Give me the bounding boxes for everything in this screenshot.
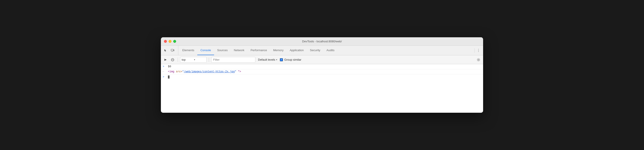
cursor-icon [164, 49, 167, 52]
clear-icon [171, 58, 174, 62]
console-input-prompt: > [163, 76, 166, 78]
console-line-2: ← <img src="/web/images/content-https-2x… [161, 69, 483, 74]
separator-1 [178, 58, 178, 62]
console-prompt-1: > [163, 65, 166, 68]
separator-2 [209, 58, 209, 62]
settings-btn[interactable] [476, 57, 481, 63]
close-button[interactable] [164, 40, 167, 43]
tab-network[interactable]: Network [231, 46, 248, 55]
levels-arrow: ▾ [276, 58, 277, 61]
svg-rect-1 [174, 50, 174, 51]
group-similar-control[interactable]: Group similar [280, 58, 301, 61]
tag-close: "> [238, 70, 241, 73]
group-similar-label[interactable]: Group similar [284, 58, 301, 61]
svg-marker-3 [164, 59, 167, 61]
more-tabs-btn[interactable]: ⋮ [476, 48, 481, 54]
console-toolbar: top ▾ Default levels ▾ Group similar [161, 55, 483, 64]
separator [474, 48, 475, 53]
tab-bar-right: ⋮ [474, 46, 481, 55]
attr-quote-close: " [234, 70, 236, 73]
group-similar-checkbox[interactable] [280, 58, 283, 61]
minimize-button[interactable] [168, 40, 172, 43]
gear-icon [477, 58, 480, 62]
traffic-lights [164, 40, 176, 43]
attr-src: src= [176, 70, 182, 73]
console-prompt-2: ← [163, 70, 166, 73]
svg-rect-0 [171, 49, 173, 51]
tab-application[interactable]: Application [287, 46, 307, 55]
console-output-2: <img src="/web/images/content-https-2x.j… [168, 70, 241, 73]
tab-performance[interactable]: Performance [248, 46, 270, 55]
tag-open: <img [168, 70, 174, 73]
devtools-window: DevTools - localhost:8080/web/ Elements … [161, 37, 483, 113]
svg-point-6 [478, 59, 479, 60]
console-cursor [168, 76, 170, 78]
cursor-icon-btn[interactable] [163, 48, 168, 54]
tab-security[interactable]: Security [307, 46, 323, 55]
console-body: > $0 ← <img src="/web/images/content-htt… [161, 64, 483, 113]
tab-memory[interactable]: Memory [270, 46, 287, 55]
tab-bar: Elements Console Sources Network Perform… [161, 46, 483, 55]
clear-console-btn[interactable] [170, 57, 176, 63]
device-icon [171, 49, 174, 52]
tab-elements[interactable]: Elements [179, 46, 197, 55]
title-bar: DevTools - localhost:8080/web/ [161, 37, 483, 46]
tab-audits[interactable]: Audits [323, 46, 338, 55]
play-icon [164, 58, 167, 61]
console-line-1: > $0 [161, 64, 483, 69]
window-title: DevTools - localhost:8080/web/ [302, 40, 342, 43]
context-dropdown[interactable]: top ▾ [180, 57, 206, 63]
img-url[interactable]: /web/images/content-https-2x.jpg [184, 70, 234, 73]
console-input-line[interactable]: > [161, 74, 483, 80]
filter-input[interactable] [211, 57, 255, 63]
tab-sources[interactable]: Sources [214, 46, 231, 55]
console-value-1: $0 [168, 65, 171, 68]
tab-bar-icons [163, 46, 178, 55]
attr-quote-open: " [182, 70, 184, 73]
context-dropdown-arrow: ▾ [194, 58, 205, 61]
maximize-button[interactable] [173, 40, 176, 43]
device-toggle-btn[interactable] [170, 48, 176, 54]
execute-script-btn[interactable] [163, 57, 168, 63]
levels-dropdown[interactable]: Default levels ▾ [257, 57, 278, 63]
tab-console[interactable]: Console [197, 46, 214, 55]
